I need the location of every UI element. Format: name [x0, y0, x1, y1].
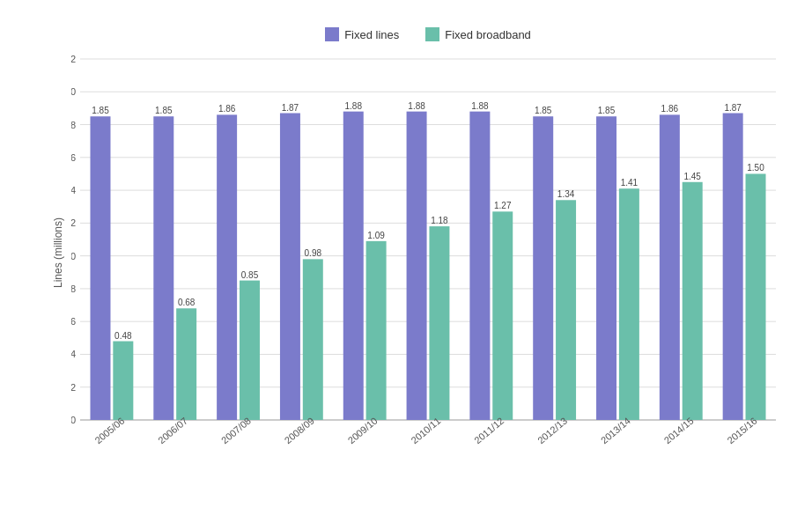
svg-text:0.68: 0.68 — [178, 298, 196, 307]
legend-swatch-fixed-broadband — [425, 27, 439, 41]
svg-text:1.87: 1.87 — [282, 103, 299, 113]
svg-rect-40 — [280, 114, 300, 421]
svg-text:1.85: 1.85 — [92, 106, 109, 115]
chart-svg: 0.00.20.40.60.81.01.21.41.61.82.02.21.85… — [71, 50, 785, 455]
svg-rect-37 — [240, 281, 260, 420]
svg-rect-32 — [176, 308, 196, 420]
svg-text:1.88: 1.88 — [408, 101, 425, 111]
svg-text:1.18: 1.18 — [431, 216, 448, 225]
svg-text:0.4: 0.4 — [71, 349, 76, 359]
svg-text:1.27: 1.27 — [494, 201, 512, 210]
svg-text:1.4: 1.4 — [71, 185, 76, 195]
legend-item-fixed-broadband: Fixed broadband — [425, 27, 531, 41]
svg-rect-72 — [683, 182, 703, 420]
svg-rect-60 — [533, 116, 553, 420]
svg-rect-70 — [660, 114, 680, 420]
svg-text:1.85: 1.85 — [155, 106, 173, 115]
chart-legend: Fixed lines Fixed broadband — [71, 27, 785, 41]
svg-rect-55 — [469, 112, 490, 420]
svg-text:1.50: 1.50 — [747, 163, 764, 173]
svg-rect-27 — [113, 342, 133, 420]
svg-rect-65 — [596, 116, 616, 420]
y-axis-label: Lines (millions) — [52, 217, 64, 288]
svg-text:1.87: 1.87 — [724, 103, 742, 113]
svg-text:2.2: 2.2 — [71, 54, 76, 64]
svg-text:1.6: 1.6 — [71, 152, 76, 163]
svg-text:0.8: 0.8 — [71, 283, 76, 294]
svg-text:1.85: 1.85 — [598, 106, 616, 115]
legend-label-fixed-broadband: Fixed broadband — [445, 28, 531, 41]
svg-rect-30 — [153, 116, 173, 420]
svg-text:0.48: 0.48 — [114, 331, 132, 341]
svg-text:0.85: 0.85 — [241, 270, 259, 280]
legend-label-fixed-lines: Fixed lines — [344, 28, 399, 41]
svg-rect-25 — [90, 116, 110, 420]
svg-text:1.85: 1.85 — [535, 106, 552, 115]
svg-rect-45 — [343, 112, 364, 420]
svg-text:0.98: 0.98 — [305, 248, 322, 258]
svg-text:0.0: 0.0 — [71, 415, 76, 425]
svg-text:1.86: 1.86 — [661, 104, 679, 114]
svg-text:1.41: 1.41 — [621, 178, 639, 188]
svg-text:1.34: 1.34 — [557, 189, 575, 199]
svg-text:1.45: 1.45 — [683, 172, 701, 181]
svg-rect-52 — [429, 226, 449, 420]
svg-text:1.2: 1.2 — [71, 217, 76, 228]
svg-rect-77 — [746, 173, 766, 420]
legend-swatch-fixed-lines — [325, 27, 339, 41]
svg-rect-50 — [407, 112, 427, 420]
svg-text:1.8: 1.8 — [71, 120, 76, 130]
svg-rect-62 — [556, 200, 576, 420]
chart-container: Fixed lines Fixed broadband Lines (milli… — [10, 10, 802, 520]
legend-item-fixed-lines: Fixed lines — [325, 27, 399, 41]
svg-text:0.2: 0.2 — [71, 382, 76, 393]
svg-text:1.86: 1.86 — [218, 104, 236, 114]
svg-rect-35 — [217, 114, 237, 420]
svg-text:1.09: 1.09 — [367, 231, 385, 240]
svg-rect-67 — [619, 188, 639, 420]
svg-rect-42 — [303, 259, 323, 420]
svg-text:2.0: 2.0 — [71, 86, 76, 97]
svg-rect-47 — [366, 241, 387, 420]
svg-text:1.88: 1.88 — [345, 101, 363, 111]
svg-text:1.88: 1.88 — [471, 101, 489, 111]
svg-rect-75 — [723, 114, 743, 421]
svg-text:0.6: 0.6 — [71, 316, 76, 327]
svg-rect-57 — [492, 211, 513, 420]
chart-area: Lines (millions) 0.00.20.40.60.81.01.21.… — [71, 50, 785, 455]
svg-text:1.0: 1.0 — [71, 251, 76, 261]
